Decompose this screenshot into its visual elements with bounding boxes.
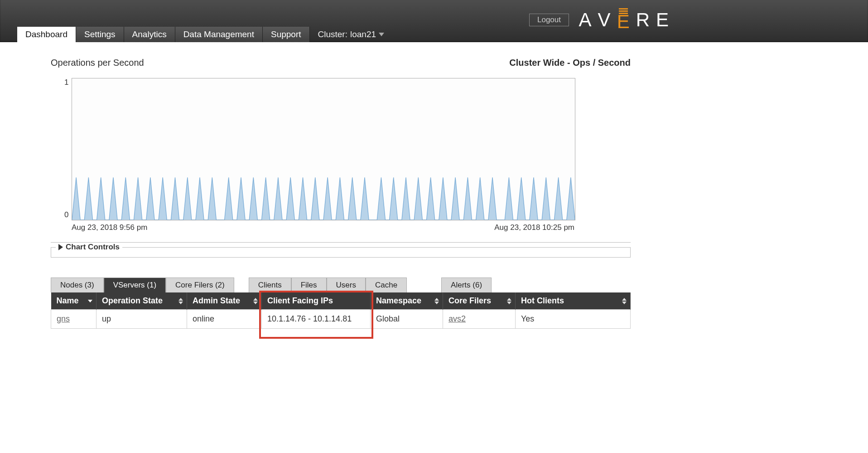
vserver-name-link[interactable]: gns [57, 314, 70, 323]
cluster-name: loan21 [350, 29, 376, 39]
col-hot-clients-label: Hot Clients [521, 296, 564, 305]
logo-letter-e-styled: E [617, 8, 630, 31]
expand-right-icon [58, 244, 63, 250]
vservers-table-wrapper: Name Operation State Admin State Client … [51, 292, 631, 329]
col-client-ips[interactable]: Client Facing IPs [262, 292, 371, 310]
core-filer-link[interactable]: avs2 [448, 314, 466, 323]
tab-analytics[interactable]: Analytics [124, 27, 175, 42]
logo-letter-v: V [598, 9, 611, 31]
col-core-filers-label: Core Filers [448, 296, 491, 305]
chart-area[interactable] [72, 78, 575, 220]
chart-title-right: Cluster Wide - Ops / Second [509, 58, 631, 68]
col-admin-state-label: Admin State [193, 296, 240, 305]
col-admin-state[interactable]: Admin State [187, 292, 262, 310]
chart-titles-row: Operations per Second Cluster Wide - Ops… [51, 58, 631, 68]
y-tick-max: 1 [64, 78, 68, 87]
cell-op-state: up [96, 310, 187, 329]
cell-namespace: Global [371, 310, 443, 329]
logout-button[interactable]: Logout [529, 14, 569, 26]
top-banner: Logout A V E R E Dashboard Settings Anal… [0, 0, 868, 42]
chart-controls-label: Chart Controls [66, 243, 120, 252]
main-nav-tabs: Dashboard Settings Analytics Data Manage… [17, 26, 392, 42]
col-name-label: Name [57, 296, 79, 305]
sort-icon [253, 298, 258, 304]
vservers-table: Name Operation State Admin State Client … [51, 292, 631, 329]
tab-dashboard[interactable]: Dashboard [17, 27, 76, 42]
logo-letter-a: A [579, 9, 592, 31]
brand-logo: A V E R E [579, 8, 669, 31]
subtab-clients[interactable]: Clients [249, 278, 291, 292]
chevron-down-icon [379, 33, 384, 36]
subtab-nodes[interactable]: Nodes (3) [51, 278, 104, 292]
cell-client-ips: 10.1.14.76 - 10.1.14.81 [262, 310, 371, 329]
x-tick-end: Aug 23, 2018 10:25 pm [494, 223, 574, 232]
sort-icon [622, 298, 627, 304]
subtab-cache[interactable]: Cache [366, 278, 407, 292]
subtab-group-cluster: Nodes (3) VServers (1) Core Filers (2) [51, 278, 234, 292]
chart-title-left: Operations per Second [51, 58, 144, 68]
col-name[interactable]: Name [51, 292, 96, 310]
subtab-files[interactable]: Files [291, 278, 327, 292]
subtab-group-alerts: Alerts (6) [441, 278, 492, 292]
subtab-group-misc: Clients Files Users Cache [249, 278, 407, 292]
col-client-ips-label: Client Facing IPs [267, 296, 333, 305]
tab-settings[interactable]: Settings [76, 27, 124, 42]
col-namespace-label: Namespace [376, 296, 421, 305]
subtab-corefilers[interactable]: Core Filers (2) [166, 278, 234, 292]
cell-admin-state: online [187, 310, 262, 329]
table-row: gns up online 10.1.14.76 - 10.1.14.81 Gl… [51, 310, 631, 329]
cluster-selector[interactable]: Cluster: loan21 [310, 27, 393, 42]
sort-icon [507, 298, 511, 304]
subtab-alerts[interactable]: Alerts (6) [441, 278, 492, 292]
col-op-state-label: Operation State [102, 296, 163, 305]
tab-support[interactable]: Support [263, 27, 310, 42]
sort-icon [178, 298, 183, 304]
x-tick-start: Aug 23, 2018 9:56 pm [72, 223, 147, 232]
subtab-vservers[interactable]: VServers (1) [104, 278, 166, 292]
tab-data-management[interactable]: Data Management [175, 27, 263, 42]
chart-controls-section: Chart Controls [51, 242, 631, 258]
subtabs-row: Nodes (3) VServers (1) Core Filers (2) C… [51, 278, 631, 292]
chart-controls-toggle[interactable]: Chart Controls [56, 243, 122, 252]
col-hot-clients[interactable]: Hot Clients [516, 292, 631, 310]
sort-desc-icon [88, 300, 92, 302]
sort-icon [434, 298, 439, 304]
cluster-label-prefix: Cluster: [318, 29, 347, 39]
table-header-row: Name Operation State Admin State Client … [51, 292, 631, 310]
col-namespace[interactable]: Namespace [371, 292, 443, 310]
chart-frame: 1 0 Aug 23, 2018 9:56 pm Aug 23, 2018 10… [51, 78, 631, 232]
subtab-users[interactable]: Users [327, 278, 366, 292]
y-tick-min: 0 [64, 210, 68, 219]
chart-x-labels: Aug 23, 2018 9:56 pm Aug 23, 2018 10:25 … [72, 220, 574, 232]
logo-letter-r: R [636, 9, 650, 31]
chart-line-plot [72, 78, 575, 220]
dashboard-content: Operations per Second Cluster Wide - Ops… [0, 42, 640, 329]
col-op-state[interactable]: Operation State [96, 292, 187, 310]
col-core-filers[interactable]: Core Filers [443, 292, 516, 310]
cell-hot-clients: Yes [516, 310, 631, 329]
logo-letter-e2: E [656, 9, 669, 31]
